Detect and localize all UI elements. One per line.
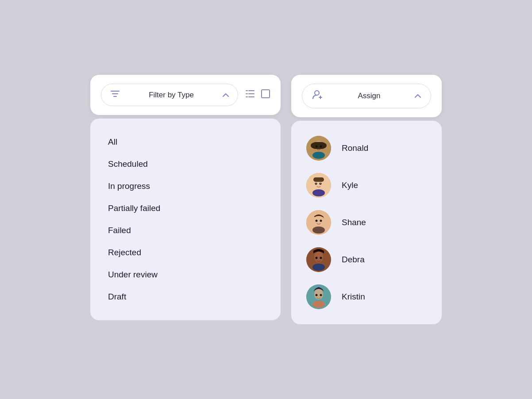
svg-point-14	[316, 183, 316, 184]
svg-point-6	[316, 146, 318, 148]
svg-rect-5	[311, 142, 327, 149]
filter-toolbar: Filter by Type	[90, 75, 281, 115]
filter-item-rejected[interactable]: Rejected	[108, 242, 263, 264]
filter-icon	[110, 89, 120, 100]
svg-point-30	[320, 294, 322, 296]
svg-point-1	[315, 91, 319, 95]
svg-point-28	[314, 289, 323, 299]
person-item-kyle[interactable]: Kyle	[302, 167, 431, 204]
filter-item-under-review[interactable]: Under review	[108, 264, 263, 286]
svg-point-20	[320, 220, 322, 222]
filter-item-scheduled[interactable]: Scheduled	[108, 153, 263, 175]
assign-button-label: Assign	[329, 92, 409, 100]
person-name-shane: Shane	[342, 218, 366, 227]
assign-chevron-up-icon	[415, 93, 421, 100]
avatar-debra	[306, 247, 331, 272]
svg-point-25	[320, 257, 322, 259]
assign-button[interactable]: Assign	[302, 84, 431, 108]
toolbar-icons	[245, 89, 270, 100]
avatar-ronald	[306, 136, 331, 161]
person-item-debra[interactable]: Debra	[302, 241, 431, 278]
svg-point-31	[312, 301, 325, 308]
avatar-kyle	[306, 173, 331, 198]
assign-dropdown: Ronald Kyle Shane Debra	[291, 121, 442, 324]
filter-button-label: Filter by Type	[124, 91, 218, 100]
person-name-kristin: Kristin	[342, 292, 365, 302]
svg-point-8	[312, 152, 325, 159]
left-panel: Filter by Type	[90, 75, 281, 320]
person-name-debra: Debra	[342, 255, 365, 265]
svg-point-21	[312, 226, 325, 234]
filter-item-in-progress[interactable]: In progress	[108, 175, 263, 197]
person-item-kristin[interactable]: Kristin	[302, 278, 431, 315]
svg-rect-0	[262, 90, 270, 98]
line-spacing-icon[interactable]	[245, 89, 255, 100]
main-container: Filter by Type	[90, 75, 442, 324]
filter-item-all[interactable]: All	[108, 131, 263, 153]
person-name-kyle: Kyle	[342, 180, 358, 190]
chevron-up-icon	[223, 92, 229, 99]
assign-toolbar: Assign	[291, 75, 442, 117]
filter-item-draft[interactable]: Draft	[108, 286, 263, 308]
svg-point-23	[314, 252, 323, 262]
filter-dropdown: AllScheduledIn progressPartially failedF…	[90, 119, 281, 320]
avatar-kristin	[306, 284, 331, 309]
svg-point-7	[320, 146, 322, 148]
avatar-shane	[306, 210, 331, 235]
grid-icon[interactable]	[261, 89, 270, 100]
assign-person-icon	[312, 89, 324, 103]
svg-point-24	[316, 257, 318, 259]
svg-point-19	[316, 220, 318, 222]
svg-point-26	[312, 264, 325, 271]
svg-point-15	[320, 183, 321, 184]
right-panel: Assign Ronald	[291, 75, 442, 324]
filter-item-failed[interactable]: Failed	[108, 219, 263, 242]
filter-item-partially-failed[interactable]: Partially failed	[108, 197, 263, 219]
svg-point-16	[312, 189, 325, 196]
person-item-shane[interactable]: Shane	[302, 204, 431, 241]
filter-by-type-button[interactable]: Filter by Type	[101, 84, 238, 106]
person-item-ronald[interactable]: Ronald	[302, 130, 431, 167]
svg-point-29	[316, 294, 318, 296]
svg-rect-11	[313, 177, 324, 182]
person-name-ronald: Ronald	[342, 143, 368, 153]
